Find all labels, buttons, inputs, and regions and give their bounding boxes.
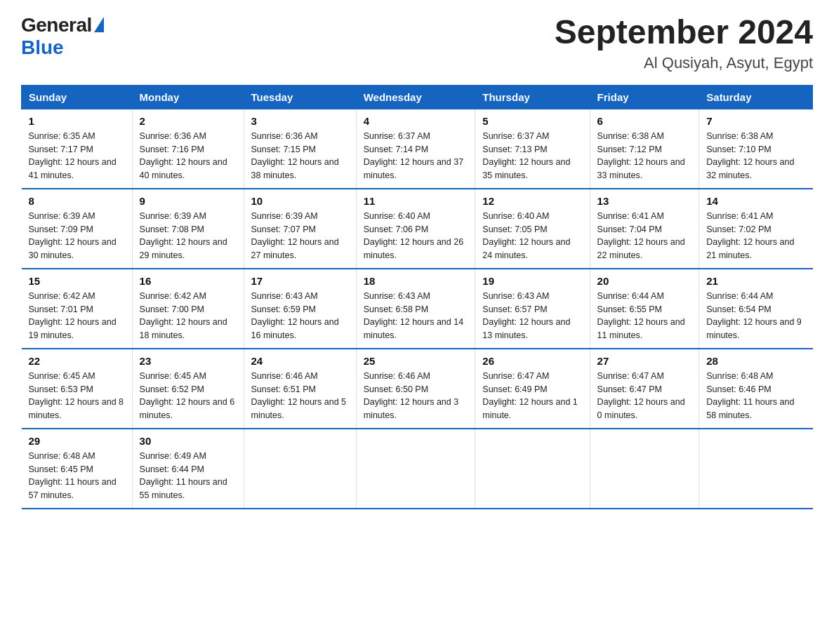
- day-cell: 21Sunrise: 6:44 AMSunset: 6:54 PMDayligh…: [699, 269, 813, 349]
- day-info: Sunrise: 6:39 AMSunset: 7:09 PMDaylight:…: [29, 210, 125, 262]
- day-cell: 20Sunrise: 6:44 AMSunset: 6:55 PMDayligh…: [590, 269, 699, 349]
- day-cell: 25Sunrise: 6:46 AMSunset: 6:50 PMDayligh…: [356, 349, 475, 429]
- day-info: Sunrise: 6:41 AMSunset: 7:02 PMDaylight:…: [706, 210, 805, 262]
- calendar-body: 1Sunrise: 6:35 AMSunset: 7:17 PMDaylight…: [22, 109, 813, 509]
- day-number: 15: [29, 275, 125, 287]
- header-saturday: Saturday: [699, 85, 813, 109]
- day-number: 2: [140, 115, 237, 127]
- day-info: Sunrise: 6:42 AMSunset: 7:00 PMDaylight:…: [140, 290, 237, 342]
- day-cell: 22Sunrise: 6:45 AMSunset: 6:53 PMDayligh…: [22, 349, 133, 429]
- day-info: Sunrise: 6:44 AMSunset: 6:55 PMDaylight:…: [597, 290, 692, 342]
- day-cell: 4Sunrise: 6:37 AMSunset: 7:14 PMDaylight…: [356, 109, 475, 189]
- day-number: 26: [482, 355, 582, 367]
- day-number: 17: [251, 275, 349, 287]
- day-cell: 26Sunrise: 6:47 AMSunset: 6:49 PMDayligh…: [475, 349, 590, 429]
- day-info: Sunrise: 6:42 AMSunset: 7:01 PMDaylight:…: [29, 290, 125, 342]
- logo-triangle-icon: [94, 17, 104, 32]
- calendar-table: Sunday Monday Tuesday Wednesday Thursday…: [21, 85, 813, 509]
- day-number: 13: [597, 195, 692, 207]
- day-number: 11: [364, 195, 468, 207]
- day-info: Sunrise: 6:39 AMSunset: 7:07 PMDaylight:…: [251, 210, 349, 262]
- logo: General Blue: [21, 14, 104, 59]
- week-row-5: 29Sunrise: 6:48 AMSunset: 6:45 PMDayligh…: [22, 429, 813, 509]
- day-number: 18: [364, 275, 468, 287]
- day-cell: 19Sunrise: 6:43 AMSunset: 6:57 PMDayligh…: [475, 269, 590, 349]
- day-number: 16: [140, 275, 237, 287]
- day-info: Sunrise: 6:39 AMSunset: 7:08 PMDaylight:…: [140, 210, 237, 262]
- title-block: September 2024 Al Qusiyah, Asyut, Egypt: [555, 14, 813, 72]
- day-number: 14: [706, 195, 805, 207]
- day-info: Sunrise: 6:47 AMSunset: 6:47 PMDaylight:…: [597, 370, 692, 422]
- header-wednesday: Wednesday: [356, 85, 475, 109]
- day-cell: 1Sunrise: 6:35 AMSunset: 7:17 PMDaylight…: [22, 109, 133, 189]
- day-number: 30: [140, 435, 237, 447]
- day-cell: [699, 429, 813, 509]
- day-cell: 8Sunrise: 6:39 AMSunset: 7:09 PMDaylight…: [22, 189, 133, 269]
- header-monday: Monday: [132, 85, 244, 109]
- day-number: 10: [251, 195, 349, 207]
- day-info: Sunrise: 6:43 AMSunset: 6:59 PMDaylight:…: [251, 290, 349, 342]
- day-cell: 12Sunrise: 6:40 AMSunset: 7:05 PMDayligh…: [475, 189, 590, 269]
- page-header: General Blue September 2024 Al Qusiyah, …: [21, 14, 813, 72]
- day-number: 22: [29, 355, 125, 367]
- day-cell: 16Sunrise: 6:42 AMSunset: 7:00 PMDayligh…: [132, 269, 244, 349]
- day-info: Sunrise: 6:38 AMSunset: 7:10 PMDaylight:…: [706, 130, 805, 182]
- day-info: Sunrise: 6:43 AMSunset: 6:58 PMDaylight:…: [364, 290, 468, 342]
- day-number: 9: [140, 195, 237, 207]
- location: Al Qusiyah, Asyut, Egypt: [555, 54, 813, 72]
- day-info: Sunrise: 6:38 AMSunset: 7:12 PMDaylight:…: [597, 130, 692, 182]
- header-row: Sunday Monday Tuesday Wednesday Thursday…: [22, 85, 813, 109]
- day-cell: 23Sunrise: 6:45 AMSunset: 6:52 PMDayligh…: [132, 349, 244, 429]
- week-row-1: 1Sunrise: 6:35 AMSunset: 7:17 PMDaylight…: [22, 109, 813, 189]
- day-number: 25: [364, 355, 468, 367]
- day-info: Sunrise: 6:45 AMSunset: 6:52 PMDaylight:…: [140, 370, 237, 422]
- day-number: 28: [706, 355, 805, 367]
- day-cell: [475, 429, 590, 509]
- header-thursday: Thursday: [475, 85, 590, 109]
- day-number: 20: [597, 275, 692, 287]
- day-info: Sunrise: 6:47 AMSunset: 6:49 PMDaylight:…: [482, 370, 582, 422]
- day-number: 27: [597, 355, 692, 367]
- day-cell: [244, 429, 356, 509]
- day-cell: 6Sunrise: 6:38 AMSunset: 7:12 PMDaylight…: [590, 109, 699, 189]
- day-number: 5: [482, 115, 582, 127]
- day-cell: 11Sunrise: 6:40 AMSunset: 7:06 PMDayligh…: [356, 189, 475, 269]
- day-info: Sunrise: 6:36 AMSunset: 7:15 PMDaylight:…: [251, 130, 349, 182]
- day-cell: [590, 429, 699, 509]
- day-info: Sunrise: 6:45 AMSunset: 6:53 PMDaylight:…: [29, 370, 125, 422]
- day-info: Sunrise: 6:37 AMSunset: 7:14 PMDaylight:…: [364, 130, 468, 182]
- week-row-2: 8Sunrise: 6:39 AMSunset: 7:09 PMDaylight…: [22, 189, 813, 269]
- day-cell: 9Sunrise: 6:39 AMSunset: 7:08 PMDaylight…: [132, 189, 244, 269]
- calendar-header: Sunday Monday Tuesday Wednesday Thursday…: [22, 85, 813, 109]
- day-number: 8: [29, 195, 125, 207]
- day-info: Sunrise: 6:37 AMSunset: 7:13 PMDaylight:…: [482, 130, 582, 182]
- day-info: Sunrise: 6:43 AMSunset: 6:57 PMDaylight:…: [482, 290, 582, 342]
- day-info: Sunrise: 6:44 AMSunset: 6:54 PMDaylight:…: [706, 290, 805, 342]
- day-info: Sunrise: 6:46 AMSunset: 6:51 PMDaylight:…: [251, 370, 349, 422]
- day-info: Sunrise: 6:48 AMSunset: 6:45 PMDaylight:…: [29, 450, 125, 502]
- day-info: Sunrise: 6:48 AMSunset: 6:46 PMDaylight:…: [706, 370, 805, 422]
- day-number: 1: [29, 115, 125, 127]
- day-info: Sunrise: 6:46 AMSunset: 6:50 PMDaylight:…: [364, 370, 468, 422]
- day-cell: 13Sunrise: 6:41 AMSunset: 7:04 PMDayligh…: [590, 189, 699, 269]
- day-cell: 5Sunrise: 6:37 AMSunset: 7:13 PMDaylight…: [475, 109, 590, 189]
- day-number: 12: [482, 195, 582, 207]
- day-info: Sunrise: 6:49 AMSunset: 6:44 PMDaylight:…: [140, 450, 237, 502]
- day-number: 4: [364, 115, 468, 127]
- day-cell: 10Sunrise: 6:39 AMSunset: 7:07 PMDayligh…: [244, 189, 356, 269]
- day-number: 3: [251, 115, 349, 127]
- header-tuesday: Tuesday: [244, 85, 356, 109]
- day-cell: 14Sunrise: 6:41 AMSunset: 7:02 PMDayligh…: [699, 189, 813, 269]
- logo-blue-text: Blue: [21, 36, 64, 59]
- day-number: 6: [597, 115, 692, 127]
- day-number: 7: [706, 115, 805, 127]
- day-info: Sunrise: 6:40 AMSunset: 7:06 PMDaylight:…: [364, 210, 468, 262]
- day-number: 23: [140, 355, 237, 367]
- day-number: 29: [29, 435, 125, 447]
- day-cell: 7Sunrise: 6:38 AMSunset: 7:10 PMDaylight…: [699, 109, 813, 189]
- day-cell: 24Sunrise: 6:46 AMSunset: 6:51 PMDayligh…: [244, 349, 356, 429]
- day-info: Sunrise: 6:40 AMSunset: 7:05 PMDaylight:…: [482, 210, 582, 262]
- day-number: 21: [706, 275, 805, 287]
- day-cell: 18Sunrise: 6:43 AMSunset: 6:58 PMDayligh…: [356, 269, 475, 349]
- day-info: Sunrise: 6:36 AMSunset: 7:16 PMDaylight:…: [140, 130, 237, 182]
